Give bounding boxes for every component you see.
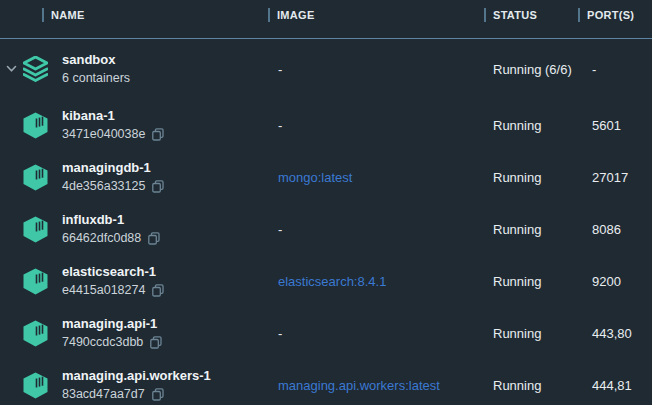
ports-value: 444,81 xyxy=(578,378,652,393)
image-cell-value[interactable]: - xyxy=(268,62,484,77)
container-name: managingdb-1 xyxy=(62,160,164,176)
copy-icon[interactable] xyxy=(148,232,160,245)
container-cube-icon xyxy=(22,320,48,347)
ports-value: 443,80 xyxy=(578,326,652,341)
ports-value: - xyxy=(578,62,652,77)
chevron-down-icon[interactable] xyxy=(6,65,22,73)
column-header-label: IMAGE xyxy=(277,9,315,21)
name-cell: managing.api-1 7490ccdc3dbb xyxy=(0,316,268,350)
container-sub: 83acd47aa7d7 xyxy=(62,386,211,402)
ports-value: 8086 xyxy=(578,222,652,237)
name-cell: elasticsearch-1 e4415a018274 xyxy=(0,264,268,298)
copy-icon[interactable] xyxy=(150,336,162,349)
name-block: managingdb-1 4de356a33125 xyxy=(62,160,164,194)
status-value: Running (6/6) xyxy=(484,62,578,77)
copy-icon[interactable] xyxy=(152,388,164,401)
chevron-down-icon[interactable] xyxy=(6,277,22,285)
container-name: managing.api.workers-1 xyxy=(62,368,211,384)
column-header-name: NAME xyxy=(0,8,268,22)
column-divider xyxy=(42,8,44,22)
container-sub: 7490ccdc3dbb xyxy=(62,334,162,350)
column-header-status: STATUS xyxy=(484,8,578,22)
container-id: 66462dfc0d88 xyxy=(62,230,141,246)
column-divider xyxy=(484,8,486,22)
status-value: Running xyxy=(484,170,578,185)
table-row[interactable]: managing.api-1 7490ccdc3dbb - Running 44… xyxy=(0,307,652,359)
table-row[interactable]: influxdb-1 66462dfc0d88 - Running 8086 xyxy=(0,203,652,255)
container-cube-icon xyxy=(22,372,48,399)
column-header-label: PORT(S) xyxy=(587,9,634,21)
container-name: elasticsearch-1 xyxy=(62,264,164,280)
name-block: kibana-1 3471e040038e xyxy=(62,108,164,142)
table-header: NAME IMAGE STATUS PORT(S) xyxy=(0,0,652,30)
container-table-body: sandbox 6 containers - Running (6/6) - xyxy=(0,39,652,405)
container-name: influxdb-1 xyxy=(62,212,160,228)
name-cell: kibana-1 3471e040038e xyxy=(0,108,268,142)
container-id: e4415a018274 xyxy=(62,282,145,298)
container-id: 4de356a33125 xyxy=(62,178,145,194)
compose-stack-icon xyxy=(22,56,48,82)
copy-icon[interactable] xyxy=(152,180,164,193)
container-id: 6 containers xyxy=(62,70,130,86)
image-cell-value[interactable]: mongo:latest xyxy=(268,170,484,185)
ports-value: 9200 xyxy=(578,274,652,289)
chevron-down-icon[interactable] xyxy=(6,381,22,389)
chevron-down-icon[interactable] xyxy=(6,329,22,337)
container-id: 7490ccdc3dbb xyxy=(62,334,143,350)
container-cube-icon xyxy=(22,268,48,295)
image-cell-value[interactable]: elasticsearch:8.4.1 xyxy=(268,274,484,289)
status-value: Running xyxy=(484,326,578,341)
column-divider xyxy=(578,8,580,22)
name-cell: managingdb-1 4de356a33125 xyxy=(0,160,268,194)
table-row[interactable]: managing.api.workers-1 83acd47aa7d7 mana… xyxy=(0,359,652,405)
container-cube-icon xyxy=(22,164,48,191)
image-cell-value[interactable]: managing.api.workers:latest xyxy=(268,378,484,393)
name-block: managing.api-1 7490ccdc3dbb xyxy=(62,316,162,350)
column-divider xyxy=(268,8,270,22)
chevron-down-icon[interactable] xyxy=(6,225,22,233)
table-row[interactable]: managingdb-1 4de356a33125 mongo:latest R… xyxy=(0,151,652,203)
containers-table: NAME IMAGE STATUS PORT(S) xyxy=(0,0,652,405)
container-sub: e4415a018274 xyxy=(62,282,164,298)
column-header-label: STATUS xyxy=(493,9,537,21)
container-cube-icon xyxy=(22,216,48,243)
status-value: Running xyxy=(484,378,578,393)
container-cube-icon xyxy=(22,112,48,139)
table-row[interactable]: elasticsearch-1 e4415a018274 elasticsear… xyxy=(0,255,652,307)
container-sub: 3471e040038e xyxy=(62,126,164,142)
name-cell: influxdb-1 66462dfc0d88 xyxy=(0,212,268,246)
column-header-label: NAME xyxy=(51,9,85,21)
copy-icon[interactable] xyxy=(152,284,164,297)
ports-value: 27017 xyxy=(578,170,652,185)
container-sub: 66462dfc0d88 xyxy=(62,230,160,246)
name-cell: managing.api.workers-1 83acd47aa7d7 xyxy=(0,368,268,402)
name-block: influxdb-1 66462dfc0d88 xyxy=(62,212,160,246)
status-value: Running xyxy=(484,222,578,237)
name-cell: sandbox 6 containers xyxy=(0,52,268,86)
container-id: 3471e040038e xyxy=(62,126,145,142)
container-sub: 4de356a33125 xyxy=(62,178,164,194)
name-block: sandbox 6 containers xyxy=(62,52,130,86)
column-header-ports: PORT(S) xyxy=(578,8,652,22)
table-row[interactable]: kibana-1 3471e040038e - Running 5601 xyxy=(0,99,652,151)
image-cell-value[interactable]: - xyxy=(268,222,484,237)
container-name: managing.api-1 xyxy=(62,316,162,332)
copy-icon[interactable] xyxy=(152,128,164,141)
image-cell-value[interactable]: - xyxy=(268,118,484,133)
container-sub: 6 containers xyxy=(62,70,130,86)
name-block: elasticsearch-1 e4415a018274 xyxy=(62,264,164,298)
name-block: managing.api.workers-1 83acd47aa7d7 xyxy=(62,368,211,402)
container-name: kibana-1 xyxy=(62,108,164,124)
table-row[interactable]: sandbox 6 containers - Running (6/6) - xyxy=(0,39,652,99)
ports-value: 5601 xyxy=(578,118,652,133)
status-value: Running xyxy=(484,274,578,289)
container-name: sandbox xyxy=(62,52,130,68)
chevron-down-icon[interactable] xyxy=(6,121,22,129)
container-id: 83acd47aa7d7 xyxy=(62,386,145,402)
column-header-image: IMAGE xyxy=(268,8,484,22)
chevron-down-icon[interactable] xyxy=(6,173,22,181)
status-value: Running xyxy=(484,118,578,133)
image-cell-value[interactable]: - xyxy=(268,326,484,341)
